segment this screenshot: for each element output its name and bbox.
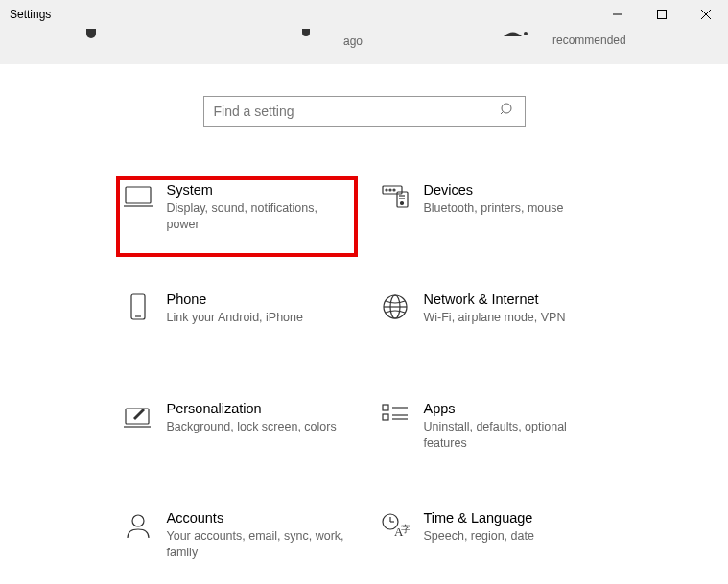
tile-title: Devices: [424, 182, 564, 198]
tile-title: Phone: [167, 292, 303, 307]
svg-rect-26: [383, 414, 388, 420]
header-strip: ago recommended: [0, 29, 728, 64]
tile-personalization[interactable]: Personalization Background, lock screen,…: [107, 395, 352, 464]
search-icon: [500, 102, 515, 121]
tile-title: Network & Internet: [424, 292, 566, 307]
tile-network[interactable]: Network & Internet Wi-Fi, airplane mode,…: [364, 286, 625, 355]
tile-desc: Bluetooth, printers, mouse: [424, 200, 564, 217]
system-icon: [115, 182, 161, 209]
tile-title: Time & Language: [424, 510, 534, 526]
svg-point-12: [393, 189, 395, 191]
tile-desc: Background, lock screen, colors: [167, 419, 337, 435]
header-fragment-text: ago: [343, 35, 363, 48]
phone-icon: [115, 292, 161, 322]
tile-desc: Display, sound, notifications, power: [167, 200, 349, 233]
svg-point-16: [400, 202, 403, 205]
devices-icon: [372, 182, 418, 209]
header-fragment-dot: [86, 29, 96, 38]
search-box[interactable]: [203, 96, 526, 127]
tile-time-language[interactable]: A字 Time & Language Speech, region, date: [364, 504, 625, 573]
svg-line-6: [501, 112, 504, 115]
header-fragment-dot: [504, 29, 528, 44]
svg-rect-1: [658, 11, 667, 19]
minimize-button[interactable]: [596, 0, 640, 29]
time-language-icon: A字: [372, 510, 418, 539]
search-container: [0, 96, 728, 127]
globe-icon: [372, 292, 418, 320]
tile-apps[interactable]: Apps Uninstall, defaults, optional featu…: [364, 395, 625, 464]
accounts-icon: [115, 510, 161, 539]
svg-point-29: [132, 515, 144, 526]
titlebar: Settings: [0, 0, 728, 29]
tile-desc: Uninstall, defaults, optional features: [424, 419, 610, 452]
apps-icon: [372, 401, 418, 426]
tile-system[interactable]: System Display, sound, notifications, po…: [107, 176, 364, 245]
tile-title: Apps: [424, 401, 610, 416]
tile-desc: Speech, region, date: [424, 528, 534, 545]
tile-title: System: [167, 182, 349, 198]
header-fragment-dot: [302, 29, 310, 36]
personalization-icon: [115, 401, 161, 430]
svg-rect-7: [126, 187, 151, 203]
window-controls: [596, 0, 728, 29]
tile-desc: Wi-Fi, airplane mode, VPN: [424, 310, 566, 326]
tile-title: Accounts: [167, 510, 349, 526]
tile-desc: Your accounts, email, sync, work, family: [167, 528, 349, 561]
svg-point-4: [524, 32, 528, 35]
header-fragment-text: recommended: [552, 34, 626, 47]
tile-devices[interactable]: Devices Bluetooth, printers, mouse: [364, 176, 625, 245]
svg-text:字: 字: [401, 524, 410, 534]
settings-grid: System Display, sound, notifications, po…: [0, 176, 728, 573]
tile-phone[interactable]: Phone Link your Android, iPhone: [107, 286, 318, 355]
close-button[interactable]: [684, 0, 728, 29]
svg-rect-17: [131, 294, 145, 319]
tile-accounts[interactable]: Accounts Your accounts, email, sync, wor…: [107, 504, 364, 573]
window-title: Settings: [10, 8, 51, 21]
svg-rect-24: [383, 405, 388, 410]
maximize-button[interactable]: [640, 0, 684, 29]
svg-point-11: [389, 189, 391, 191]
svg-point-10: [386, 189, 387, 191]
search-input[interactable]: [214, 104, 500, 119]
tile-desc: Link your Android, iPhone: [167, 310, 303, 326]
tile-title: Personalization: [167, 401, 337, 416]
